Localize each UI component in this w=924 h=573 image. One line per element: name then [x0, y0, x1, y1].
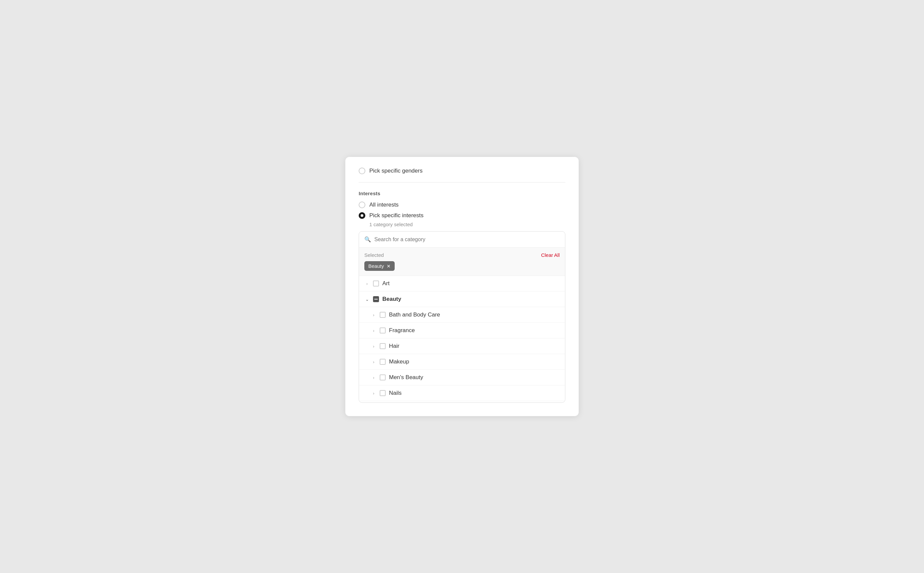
category-bath-body-label: Bath and Body Care — [389, 312, 440, 318]
category-nails[interactable]: › Nails — [359, 385, 565, 401]
gender-row: Pick specific genders — [359, 168, 565, 183]
specific-interests-row[interactable]: Pick specific interests — [359, 212, 565, 219]
category-nails-label: Nails — [389, 390, 402, 396]
beauty-tag-remove[interactable]: ✕ — [387, 264, 391, 269]
specific-interests-label: Pick specific interests — [369, 212, 424, 219]
selected-tags: Beauty ✕ — [364, 261, 560, 271]
category-fragrance[interactable]: › Fragrance — [359, 323, 565, 338]
all-interests-label: All interests — [369, 202, 398, 208]
category-beauty-label: Beauty — [382, 296, 401, 302]
category-skincare[interactable]: › Skincare — [359, 401, 565, 402]
selected-header: Selected Clear All — [364, 252, 560, 258]
specific-interests-radio[interactable] — [359, 212, 366, 219]
selected-label: Selected — [364, 252, 384, 258]
category-art[interactable]: › Art — [359, 276, 565, 291]
gender-label: Pick specific genders — [369, 168, 423, 174]
beauty-tag[interactable]: Beauty ✕ — [364, 261, 395, 271]
checkbox-makeup[interactable] — [380, 359, 386, 365]
clear-all-button[interactable]: Clear All — [541, 252, 560, 258]
category-mens-beauty-label: Men's Beauty — [389, 374, 423, 381]
category-makeup-label: Makeup — [389, 359, 409, 365]
category-fragrance-label: Fragrance — [389, 327, 415, 334]
chevron-right-bath: › — [371, 312, 377, 318]
category-count: 1 category selected — [369, 222, 565, 227]
category-mens-beauty[interactable]: › Men's Beauty — [359, 370, 565, 385]
all-interests-row[interactable]: All interests — [359, 202, 565, 208]
checkbox-beauty[interactable] — [373, 296, 379, 302]
category-beauty[interactable]: ⌄ Beauty — [359, 291, 565, 307]
interests-section-title: Interests — [359, 191, 565, 196]
gender-radio[interactable] — [359, 168, 366, 174]
beauty-tag-label: Beauty — [368, 263, 384, 269]
checkbox-fragrance[interactable] — [380, 327, 386, 333]
chevron-down-beauty: ⌄ — [364, 296, 370, 302]
chevron-right-hair: › — [371, 343, 377, 349]
search-icon: 🔍 — [364, 236, 371, 243]
search-bar[interactable]: 🔍 — [359, 232, 565, 247]
chevron-right-mens: › — [371, 375, 377, 380]
category-hair-label: Hair — [389, 343, 399, 349]
checkbox-art[interactable] — [373, 280, 379, 286]
category-hair[interactable]: › Hair — [359, 338, 565, 354]
all-interests-radio[interactable] — [359, 202, 366, 208]
chevron-right-art: › — [364, 281, 370, 286]
category-box: 🔍 Selected Clear All Beauty ✕ › Art — [359, 231, 565, 403]
category-list: › Art ⌄ Beauty › Bath and Body Care › Fr… — [359, 276, 565, 402]
chevron-right-nails: › — [371, 390, 377, 396]
search-input[interactable] — [374, 236, 560, 243]
chevron-right-makeup: › — [371, 359, 377, 365]
checkbox-bath-body[interactable] — [380, 312, 386, 318]
category-makeup[interactable]: › Makeup — [359, 354, 565, 370]
interests-options: All interests Pick specific interests — [359, 202, 565, 219]
checkbox-nails[interactable] — [380, 390, 386, 396]
selected-area: Selected Clear All Beauty ✕ — [359, 247, 565, 276]
checkbox-mens-beauty[interactable] — [380, 374, 386, 380]
interests-panel: Pick specific genders Interests All inte… — [345, 157, 579, 416]
checkbox-hair[interactable] — [380, 343, 386, 349]
category-art-label: Art — [382, 280, 390, 287]
category-bath-body[interactable]: › Bath and Body Care — [359, 307, 565, 323]
chevron-right-fragrance: › — [371, 328, 377, 333]
